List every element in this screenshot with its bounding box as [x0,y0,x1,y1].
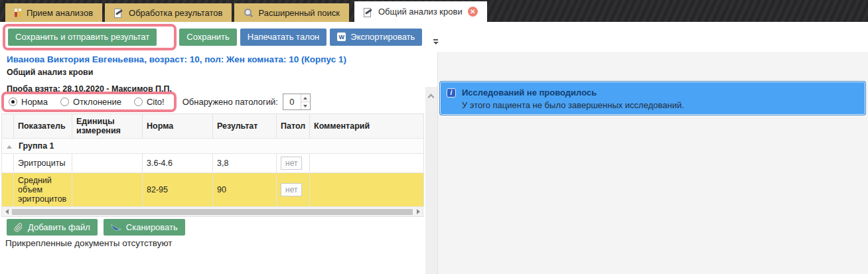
tab-rasshirennyi-poisk[interactable]: Расширенный поиск [234,3,348,22]
analysis-title: Общий анализ крови [7,68,346,77]
results-table-wrap: Показатель Единицы измерения Норма Резул… [1,113,423,217]
radio-label: Отклонение [73,97,121,107]
paperclip-icon [14,223,23,232]
column-header-result[interactable]: Результат [213,114,277,139]
export-button[interactable]: Экспортировать [330,29,422,46]
pathology-chip[interactable]: нет [281,157,302,170]
radio-label: Норма [21,97,48,107]
cell-pathology: нет [277,154,310,173]
radio-cito[interactable]: Cito! [134,97,165,107]
attachments-empty-text: Прикрепленные документы отсутствуют [5,238,173,248]
lab-app-window: Прием анализов Обработка результатов Рас… [0,0,868,274]
cell-norm[interactable]: 82-95 [143,173,213,207]
patient-name-line: Иванова Виктория Евгеньевна, возраст: 10… [7,54,346,64]
cell-units[interactable] [72,173,143,207]
save-and-send-result-button[interactable]: Сохранить и отправить результат [8,29,157,46]
radio-checked-icon [9,98,17,106]
document-edit-icon [114,8,123,17]
scroll-left-arrow-icon[interactable] [2,209,11,214]
scroll-right-arrow-icon[interactable] [413,209,423,214]
chevron-down-icon [433,42,439,44]
close-icon[interactable]: ✕ [468,7,478,17]
expand-column-header [2,114,14,139]
cell-result[interactable]: 3,8 [213,154,277,173]
scrollbar-thumb[interactable] [12,209,413,215]
info-icon: i [447,88,456,98]
alert-title-row: i Исследований не проводилось [441,82,865,98]
stepper-up-button[interactable] [301,94,310,102]
toolbar-overflow-button[interactable] [431,27,441,47]
cell-indicator[interactable]: Эритроциты [14,154,72,173]
save-button[interactable]: Сохранить [179,29,237,46]
add-file-button[interactable]: Добавить файл [7,219,98,236]
cell-pathology: нет [277,173,310,207]
table-row-highlighted[interactable]: Средний объем эритроцитов 82-95 90 нет [2,173,424,207]
column-header-pathology[interactable]: Патол [277,114,310,139]
tab-priem-analizov[interactable]: Прием анализов [5,3,102,22]
annotation-highlight-save-send: Сохранить и отправить результат [3,24,177,50]
scan-button[interactable]: Сканировать [104,219,185,236]
cell-comment[interactable] [310,173,424,207]
radio-unchecked-icon [60,98,69,106]
print-ticket-button[interactable]: Напечатать талон [240,29,326,46]
patient-block: Иванова Виктория Евгеньевна, возраст: 10… [7,54,346,94]
alert-text: У этого пациента не было завершенных исс… [441,98,865,110]
scroll-up-arrow-icon[interactable] [428,94,435,101]
group-row[interactable]: Группа 1 [2,139,424,154]
tab-obshchii-analiz-krovi[interactable]: Общий анализ крови ✕ [354,1,487,22]
row-expand-cell [2,173,14,207]
stepper-buttons [301,94,310,109]
radio-norma[interactable]: Норма [9,97,48,107]
table-row[interactable]: Эритроциты 3.6-4.6 3,8 нет [2,154,424,173]
pathology-chip[interactable]: нет [281,183,302,196]
row-expand-cell [2,154,14,173]
cell-result[interactable]: 90 [213,173,277,207]
table-header-row: Показатель Единицы измерения Норма Резул… [2,114,424,139]
results-table: Показатель Единицы измерения Норма Резул… [1,113,424,207]
annotation-highlight-radios: Норма Отклонение Cito! [1,92,177,112]
tab-obrabotka-rezultatov[interactable]: Обработка результатов [105,3,232,22]
info-alert: i Исследований не проводилось У этого па… [440,82,865,115]
tab-bar: Прием анализов Обработка результатов Рас… [0,0,868,22]
word-doc-icon [337,33,346,41]
stepper-down-button[interactable] [301,102,310,109]
alert-title: Исследований не проводилось [462,88,597,98]
column-header-indicator[interactable]: Показатель [14,114,72,139]
status-row: Норма Отклонение Cito! Обнаружено патоло… [1,92,311,112]
attachments-actions: Добавить файл Сканировать [7,219,185,236]
pathology-count-value[interactable]: 0 [283,94,301,109]
scan-label: Сканировать [126,222,178,232]
add-file-label: Добавить файл [28,222,90,232]
radio-unchecked-icon [134,98,143,106]
export-button-label: Экспортировать [350,32,415,42]
radio-otklonenie[interactable]: Отклонение [60,97,121,107]
tab-label: Обработка результатов [129,8,222,18]
tab-label: Прием анализов [27,8,93,18]
horizontal-scrollbar[interactable] [1,207,423,217]
vertical-scrollbar[interactable] [425,87,437,274]
toolbar: Сохранить и отправить результат Сохранит… [0,22,868,52]
pathology-count-stepper[interactable]: 0 [283,94,311,110]
tab-label: Общий анализ крови [378,7,463,17]
completed-studies-panel: i Исследований не проводилось У этого па… [437,52,868,274]
cell-units[interactable] [72,154,143,173]
cell-comment[interactable] [310,154,424,173]
column-header-comment[interactable]: Комментарий [310,114,424,139]
chevron-up-icon [303,97,307,100]
cell-indicator[interactable]: Средний объем эритроцитов [14,173,72,207]
column-header-units[interactable]: Единицы измерения [72,114,143,139]
radio-label: Cito! [147,97,165,107]
pathology-count-label: Обнаружено патологий: [182,97,278,107]
chevron-down-icon [303,105,307,107]
column-header-norm[interactable]: Норма [143,114,213,139]
cell-norm[interactable]: 3.6-4.6 [143,154,213,173]
tab-label: Расширенный поиск [258,8,339,18]
test-tubes-icon [15,8,21,17]
overflow-bar-icon [433,39,438,40]
collapse-triangle-icon[interactable] [7,145,12,149]
document-edit-icon [364,7,373,17]
search-icon [244,8,253,17]
group-label: Группа 1 [19,141,54,151]
scan-icon [111,223,121,232]
